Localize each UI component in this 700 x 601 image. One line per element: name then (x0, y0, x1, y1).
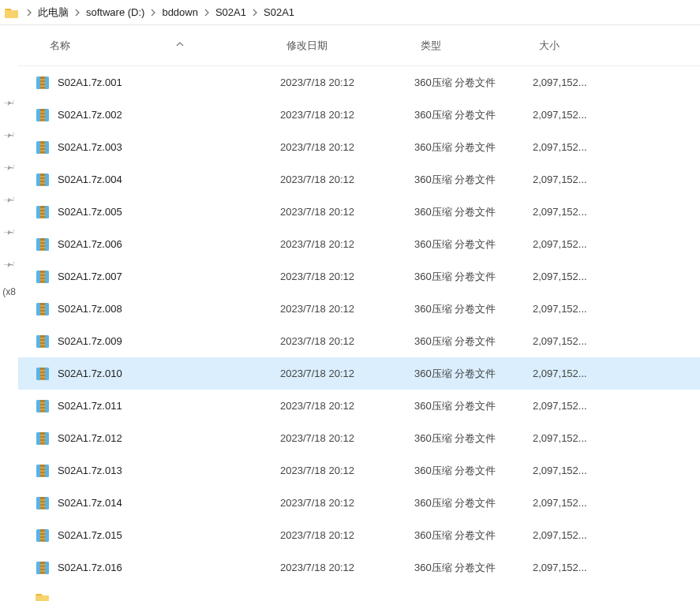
archive-icon (36, 173, 50, 187)
file-name: S02A1.7z.004 (58, 174, 122, 185)
file-date: 2023/7/18 20:12 (280, 174, 414, 185)
file-name: S02A1.7z.007 (58, 271, 122, 282)
svg-rect-26 (40, 206, 45, 208)
archive-icon (36, 431, 50, 446)
svg-rect-40 (40, 278, 45, 279)
file-row[interactable]: S02A1.7z.0132023/7/18 20:12360压缩 分卷文件2,0… (18, 454, 700, 487)
file-row[interactable] (18, 584, 700, 601)
column-header-type[interactable]: 类型 (421, 39, 539, 53)
file-name: S02A1.7z.014 (58, 497, 122, 509)
chevron-right-icon[interactable] (249, 9, 260, 17)
file-date: 2023/7/18 20:12 (280, 109, 414, 121)
file-row[interactable]: S02A1.7z.0072023/7/18 20:12360压缩 分卷文件2,0… (18, 260, 700, 293)
file-size: 2,097,152... (533, 141, 616, 153)
file-type: 360压缩 分卷文件 (414, 528, 533, 543)
svg-rect-75 (40, 468, 45, 470)
svg-rect-86 (40, 529, 45, 532)
column-header-date[interactable]: 修改日期 (286, 39, 421, 53)
svg-rect-63 (40, 404, 45, 405)
svg-rect-22 (40, 181, 45, 182)
archive-icon (36, 270, 50, 284)
file-row[interactable]: S02A1.7z.0142023/7/18 20:12360压缩 分卷文件2,0… (18, 487, 700, 519)
svg-rect-38 (40, 271, 45, 273)
file-row[interactable]: S02A1.7z.0062023/7/18 20:12360压缩 分卷文件2,0… (18, 228, 700, 260)
column-header-label: 名称 (50, 39, 70, 53)
sort-ascending-icon[interactable] (176, 38, 184, 50)
svg-rect-3 (40, 80, 45, 82)
breadcrumb-item[interactable]: S02A1 (260, 0, 298, 24)
svg-rect-87 (40, 533, 45, 535)
svg-rect-83 (40, 507, 45, 509)
file-date: 2023/7/18 20:12 (280, 368, 414, 379)
column-header-size[interactable]: 大小 (539, 39, 622, 53)
file-row[interactable]: S02A1.7z.0042023/7/18 20:12360压缩 分卷文件2,0… (18, 163, 700, 196)
file-size: 2,097,152... (533, 238, 616, 250)
file-type: 360压缩 分卷文件 (414, 561, 533, 575)
svg-rect-71 (40, 442, 45, 444)
file-row[interactable]: S02A1.7z.0032023/7/18 20:12360压缩 分卷文件2,0… (18, 131, 700, 163)
svg-rect-16 (40, 148, 45, 150)
svg-rect-58 (40, 375, 45, 376)
file-type: 360压缩 分卷文件 (414, 205, 533, 219)
pin-icon[interactable] (4, 129, 15, 140)
breadcrumb-item[interactable]: software (D:) (83, 0, 148, 24)
file-date: 2023/7/18 20:12 (280, 400, 414, 412)
svg-rect-46 (40, 310, 45, 312)
breadcrumb-bar[interactable]: 此电脑 software (D:) bddown S02A1 S02A1 (0, 0, 700, 25)
svg-rect-5 (40, 87, 45, 88)
file-type: 360压缩 分卷文件 (414, 76, 533, 90)
file-date: 2023/7/18 20:12 (280, 562, 414, 573)
breadcrumb-item[interactable]: bddown (159, 0, 201, 24)
breadcrumb-item[interactable]: 此电脑 (35, 0, 72, 24)
file-row[interactable]: S02A1.7z.0102023/7/18 20:12360压缩 分卷文件2,0… (18, 357, 700, 390)
svg-rect-34 (40, 245, 45, 247)
pin-icon[interactable] (4, 226, 15, 237)
archive-icon (36, 205, 50, 219)
archive-icon (36, 367, 50, 381)
file-row[interactable]: S02A1.7z.0112023/7/18 20:12360压缩 分卷文件2,0… (18, 390, 700, 422)
file-size: 2,097,152... (533, 77, 616, 88)
column-header-row: 名称 修改日期 类型 大小 (18, 25, 700, 66)
svg-rect-9 (40, 113, 45, 114)
pin-icon[interactable] (4, 96, 15, 107)
archive-icon (36, 108, 50, 122)
svg-rect-80 (40, 497, 45, 499)
svg-rect-27 (40, 210, 45, 211)
file-type: 360压缩 分卷文件 (414, 431, 533, 446)
file-row[interactable]: S02A1.7z.0052023/7/18 20:12360压缩 分卷文件2,0… (18, 196, 700, 228)
file-row[interactable]: S02A1.7z.0152023/7/18 20:12360压缩 分卷文件2,0… (18, 519, 700, 551)
svg-rect-2 (40, 77, 45, 79)
file-name: S02A1.7z.008 (58, 303, 122, 315)
file-size: 2,097,152... (533, 465, 616, 476)
file-row[interactable]: S02A1.7z.0162023/7/18 20:12360压缩 分卷文件2,0… (18, 551, 700, 584)
svg-rect-20 (40, 174, 45, 176)
pin-icon[interactable] (4, 193, 15, 204)
file-date: 2023/7/18 20:12 (280, 77, 414, 88)
chevron-right-icon[interactable] (201, 9, 212, 17)
chevron-right-icon[interactable] (148, 9, 159, 17)
folder-icon (36, 592, 50, 601)
pin-icon[interactable] (4, 258, 15, 269)
file-date: 2023/7/18 20:12 (280, 141, 414, 153)
archive-icon (36, 399, 50, 413)
file-name: S02A1.7z.010 (58, 368, 122, 379)
file-row[interactable]: S02A1.7z.0022023/7/18 20:12360压缩 分卷文件2,0… (18, 99, 700, 131)
pin-icon[interactable] (4, 161, 15, 172)
svg-rect-32 (40, 238, 45, 241)
file-row[interactable]: S02A1.7z.0092023/7/18 20:12360压缩 分卷文件2,0… (18, 325, 700, 357)
chevron-right-icon[interactable] (72, 9, 83, 17)
file-row[interactable]: S02A1.7z.0082023/7/18 20:12360压缩 分卷文件2,0… (18, 293, 700, 325)
svg-rect-41 (40, 281, 45, 282)
file-row[interactable]: S02A1.7z.0012023/7/18 20:12360压缩 分卷文件2,0… (18, 66, 700, 99)
svg-rect-70 (40, 439, 45, 441)
chevron-right-icon[interactable] (24, 9, 35, 17)
svg-rect-76 (40, 472, 45, 473)
svg-rect-11 (40, 119, 45, 121)
svg-rect-21 (40, 177, 45, 179)
file-row[interactable]: S02A1.7z.0122023/7/18 20:12360压缩 分卷文件2,0… (18, 422, 700, 454)
svg-rect-69 (40, 436, 45, 438)
breadcrumb-item[interactable]: S02A1 (212, 0, 249, 24)
column-header-name[interactable]: 名称 (18, 39, 286, 53)
svg-rect-88 (40, 536, 45, 538)
svg-rect-23 (40, 184, 45, 185)
